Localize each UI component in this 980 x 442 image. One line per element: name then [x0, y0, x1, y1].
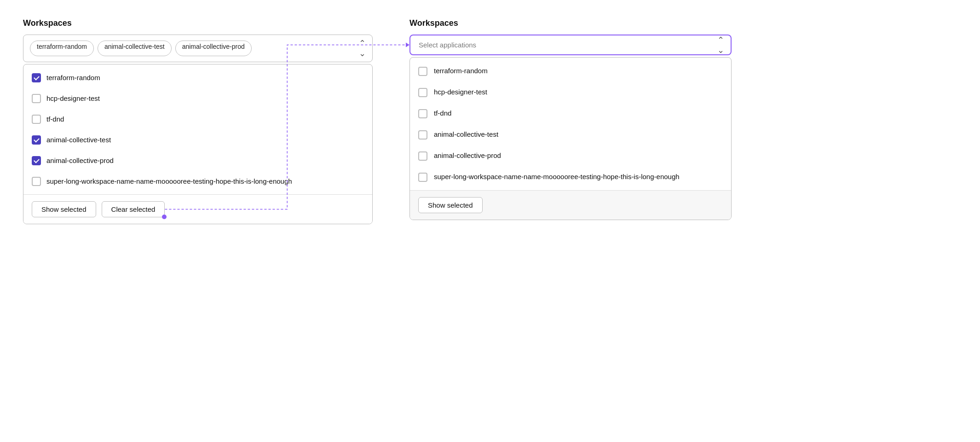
clear-selected-button[interactable]: Clear selected	[102, 201, 165, 217]
right-dropdown-items: terraform-randomhcp-designer-testtf-dnda…	[410, 58, 731, 190]
tag: animal-collective-test	[98, 41, 172, 56]
dropdown-checkbox[interactable]	[418, 130, 427, 140]
right-dropdown-item[interactable]: terraform-random	[410, 60, 731, 81]
left-checklist-items: terraform-randomhcp-designer-testtf-dnda…	[23, 64, 372, 194]
checkbox[interactable]	[32, 135, 41, 145]
checkbox[interactable]	[32, 73, 41, 82]
select-chevron-icon: ⌃⌄	[717, 35, 724, 55]
dropdown-item-label: tf-dnd	[434, 108, 451, 118]
left-panel-title: Workspaces	[23, 18, 373, 28]
left-checklist-item[interactable]: super-long-workspace-name-name-moooooree…	[23, 171, 372, 192]
left-checklist-item[interactable]: tf-dnd	[23, 109, 372, 129]
right-dropdown-item[interactable]: animal-collective-test	[410, 124, 731, 145]
svg-marker-0	[406, 43, 409, 47]
show-selected-button[interactable]: Show selected	[32, 201, 96, 217]
checklist-item-label: tf-dnd	[46, 114, 64, 124]
dropdown-checkbox[interactable]	[418, 67, 427, 76]
checklist-item-label: super-long-workspace-name-name-moooooree…	[46, 176, 292, 186]
dropdown-item-label: hcp-designer-test	[434, 87, 487, 97]
left-checklist-item[interactable]: animal-collective-test	[23, 129, 372, 150]
right-dropdown-item[interactable]: hcp-designer-test	[410, 81, 731, 103]
dropdown-item-label: terraform-random	[434, 66, 488, 76]
right-panel-title: Workspaces	[409, 18, 732, 28]
left-checklist-footer: Show selected Clear selected	[23, 194, 372, 224]
checkbox[interactable]	[32, 115, 41, 124]
right-dropdown-item[interactable]: tf-dnd	[410, 103, 731, 124]
right-panel: Workspaces Select applications ⌃⌄ terraf…	[409, 18, 732, 220]
left-panel: Workspaces terraform-randomanimal-collec…	[23, 18, 373, 224]
dropdown-checkbox[interactable]	[418, 173, 427, 182]
tag: animal-collective-prod	[175, 41, 252, 56]
right-dropdown-item[interactable]: animal-collective-prod	[410, 145, 731, 166]
checkbox[interactable]	[32, 94, 41, 103]
left-checklist-item[interactable]: terraform-random	[23, 67, 372, 88]
checkbox[interactable]	[32, 177, 41, 186]
left-checklist-item[interactable]: animal-collective-prod	[23, 150, 372, 171]
checkbox[interactable]	[32, 156, 41, 165]
left-checklist-box: terraform-randomhcp-designer-testtf-dnda…	[23, 64, 373, 224]
checklist-item-label: terraform-random	[46, 73, 100, 82]
right-dropdown-footer: Show selected	[410, 190, 731, 220]
dropdown-checkbox[interactable]	[418, 109, 427, 118]
select-applications-box[interactable]: Select applications ⌃⌄	[409, 35, 732, 55]
tags-chevron-icon[interactable]: ⌃⌄	[359, 38, 366, 58]
dropdown-item-label: animal-collective-test	[434, 129, 498, 139]
checklist-item-label: animal-collective-test	[46, 135, 111, 145]
dropdown-item-label: super-long-workspace-name-name-moooooree…	[434, 172, 680, 181]
selected-tags-box: terraform-randomanimal-collective-testan…	[23, 35, 373, 62]
dropdown-item-label: animal-collective-prod	[434, 151, 501, 160]
left-checklist-item[interactable]: hcp-designer-test	[23, 88, 372, 109]
tag: terraform-random	[30, 41, 94, 56]
right-dropdown-item[interactable]: super-long-workspace-name-name-moooooree…	[410, 166, 731, 187]
tags-container: terraform-randomanimal-collective-testan…	[30, 41, 352, 56]
right-show-selected-button[interactable]: Show selected	[418, 197, 483, 213]
checklist-item-label: hcp-designer-test	[46, 93, 100, 103]
dropdown-checkbox[interactable]	[418, 151, 427, 161]
dropdown-checkbox[interactable]	[418, 88, 427, 97]
select-placeholder: Select applications	[419, 41, 476, 49]
checklist-item-label: animal-collective-prod	[46, 156, 114, 165]
right-dropdown-box: terraform-randomhcp-designer-testtf-dnda…	[409, 57, 732, 220]
dot-indicator	[162, 215, 167, 219]
